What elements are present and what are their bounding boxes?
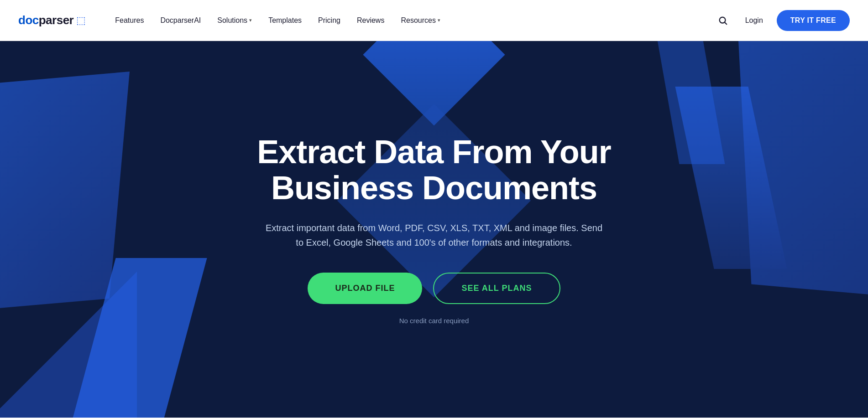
navbar: docparser ⬚ Features DocparserAI Solutio…	[0, 0, 868, 41]
chevron-down-icon: ▾	[438, 17, 440, 23]
nav-reviews[interactable]: Reviews	[350, 13, 391, 28]
nav-actions: Login TRY IT FREE	[714, 10, 850, 31]
logo-icon: ⬚	[76, 15, 86, 26]
try-free-button[interactable]: TRY IT FREE	[777, 10, 850, 31]
svg-line-1	[725, 22, 727, 24]
nav-resources[interactable]: Resources ▾	[394, 13, 446, 28]
hero-content: Extract Data From Your Business Document…	[239, 134, 629, 325]
nav-docparserai[interactable]: DocparserAI	[154, 13, 207, 28]
no-credit-card-text: No credit card required	[257, 317, 611, 325]
hero-section: Extract Data From Your Business Document…	[0, 41, 868, 418]
login-link[interactable]: Login	[739, 13, 769, 28]
see-all-plans-button[interactable]: SEE ALL PLANS	[433, 273, 560, 304]
search-button[interactable]	[714, 12, 732, 29]
hero-subtitle: Extract important data from Word, PDF, C…	[263, 221, 605, 250]
logo-text: docparser	[18, 13, 73, 27]
hero-title: Extract Data From Your Business Document…	[257, 134, 611, 206]
nav-features[interactable]: Features	[109, 13, 150, 28]
nav-solutions[interactable]: Solutions ▾	[211, 13, 258, 28]
hero-buttons: UPLOAD FILE SEE ALL PLANS	[257, 273, 611, 304]
chevron-down-icon: ▾	[249, 17, 252, 23]
nav-links: Features DocparserAI Solutions ▾ Templat…	[109, 13, 714, 28]
upload-file-button[interactable]: UPLOAD FILE	[308, 273, 422, 304]
search-icon	[718, 15, 728, 26]
logo-link[interactable]: docparser ⬚	[18, 13, 86, 27]
nav-templates[interactable]: Templates	[262, 13, 308, 28]
nav-pricing[interactable]: Pricing	[312, 13, 347, 28]
